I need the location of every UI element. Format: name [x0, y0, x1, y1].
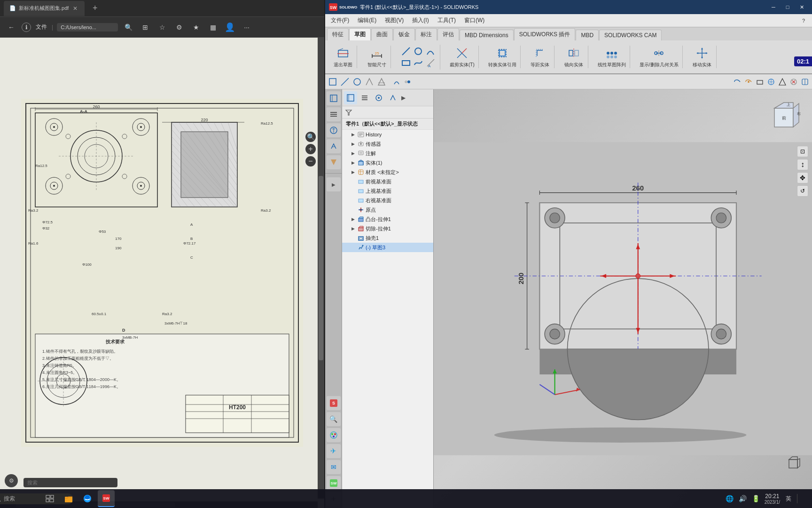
iconbar-telegram[interactable]: ✈	[327, 444, 341, 458]
zoom-fit-button[interactable]: ⊡	[797, 146, 808, 157]
settings-button[interactable]: ⚙	[172, 21, 186, 34]
tree-item-solid1[interactable]: ▶ 实体(1)	[342, 158, 433, 167]
tree-item-boss-extrude1[interactable]: ▶ 凸台-拉伸1	[342, 214, 433, 224]
search-bottom[interactable]	[23, 478, 117, 487]
rect-button[interactable]	[400, 57, 412, 69]
sub-tool-7[interactable]	[403, 76, 414, 87]
settings-gear[interactable]: ⚙	[5, 474, 18, 487]
menu-view[interactable]: 视图(V)	[381, 15, 407, 26]
mirror-button[interactable]	[566, 46, 581, 61]
favorites-button[interactable]: ★	[189, 21, 203, 34]
sub-right-2[interactable]	[743, 77, 754, 87]
bookmark-button[interactable]: ☆	[156, 21, 169, 34]
maximize-button[interactable]: □	[781, 2, 794, 12]
iconbar-outlook[interactable]: ✉	[327, 460, 341, 474]
taskbar-volume-icon[interactable]: 🔊	[738, 494, 748, 503]
tab-sketch[interactable]: 草图	[349, 28, 371, 40]
profile-button[interactable]: 👤	[223, 21, 236, 34]
tree-item-front-plane[interactable]: 前视基准面	[342, 177, 433, 186]
tree-item-history[interactable]: ▶ History	[342, 130, 433, 139]
feature-mgr-tab-property[interactable]	[358, 91, 371, 104]
iconbar-appearance[interactable]	[327, 155, 341, 169]
menu-insert[interactable]: 插入(I)	[408, 15, 432, 26]
feature-mgr-arrow-right[interactable]: ▶	[400, 94, 406, 102]
tree-item-material[interactable]: ▶ 材质 <未指定>	[342, 167, 433, 177]
sw-viewport[interactable]: 260 200	[434, 89, 812, 508]
sub-right-7[interactable]	[800, 77, 810, 87]
zoom-out-button[interactable]: +	[305, 144, 316, 154]
iconbar-feature-mgr[interactable]	[327, 91, 341, 105]
vertical-scrollbar[interactable]	[318, 38, 324, 499]
sub-right-3[interactable]	[755, 77, 765, 87]
sub-tool-6[interactable]	[391, 76, 402, 87]
expand-boss-extrude1[interactable]: ▶	[350, 216, 356, 222]
sub-tool-3[interactable]	[351, 76, 363, 87]
pdf-tab-close[interactable]: ✕	[71, 5, 79, 12]
sub-tool-4[interactable]	[364, 76, 375, 87]
sub-tool-1[interactable]	[327, 76, 338, 87]
taskbar-app-edge[interactable]	[79, 490, 96, 507]
expand-sensor[interactable]: ▶	[350, 141, 356, 147]
equal-dist-button[interactable]	[532, 46, 547, 61]
trim-entity-button[interactable]	[454, 46, 469, 61]
iconbar-more-right[interactable]: ▶	[327, 177, 341, 191]
taskbar-lang-icon[interactable]: 英	[784, 494, 793, 503]
tree-item-shell1[interactable]: 抽壳1	[342, 233, 433, 243]
sub-tool-2[interactable]	[339, 76, 351, 87]
expand-history[interactable]: ▶	[350, 131, 356, 138]
expand-cut-extrude1[interactable]: ▶	[350, 225, 356, 232]
point-button[interactable]: A	[425, 57, 436, 69]
view-cube[interactable]: 前 上 右	[765, 99, 803, 136]
expand-annotation[interactable]: ▶	[350, 150, 356, 157]
iconbar-dim-xpert-mgr[interactable]	[327, 139, 341, 153]
arc-button[interactable]	[425, 46, 436, 57]
convert-entity-button[interactable]	[495, 46, 510, 61]
tree-item-sensor[interactable]: ▶ 传感器	[342, 139, 433, 149]
sub-tool-5[interactable]	[376, 76, 387, 87]
file-path[interactable]: C:/Users/leno...	[57, 23, 118, 32]
sub-right-4[interactable]	[766, 77, 776, 87]
taskbar-app-explorer[interactable]	[60, 490, 77, 507]
feature-mgr-tab-config[interactable]	[372, 91, 385, 104]
zoom-in-button[interactable]: 🔍	[305, 132, 316, 142]
tab-sw-cam[interactable]: SOLIDWORKS CAM	[599, 30, 662, 40]
pan-button[interactable]: ✥	[797, 172, 808, 183]
menu-tools[interactable]: 工具(T)	[434, 15, 460, 26]
taskbar-network-icon[interactable]: 🌐	[725, 494, 734, 503]
spline-button[interactable]	[413, 57, 424, 69]
menu-file[interactable]: 文件(F)	[327, 15, 353, 26]
iconbar-sw-icon[interactable]: SW	[327, 476, 341, 490]
minimize-button[interactable]: ─	[767, 2, 780, 12]
tab-annotation[interactable]: 标注	[415, 28, 437, 40]
iconbar-solidworks-resources[interactable]: S	[327, 396, 341, 410]
taskbar-battery-icon[interactable]: 🔋	[751, 494, 761, 503]
tree-item-origin[interactable]: 原点	[342, 205, 433, 214]
linear-array-button[interactable]	[604, 46, 619, 61]
tab-mbd[interactable]: MBD	[576, 30, 599, 40]
search-taskbar-btn[interactable]: 搜索	[23, 490, 39, 507]
tab-feature[interactable]: 特征	[327, 28, 349, 40]
scrollbar-thumb-v[interactable]	[319, 176, 323, 360]
sub-right-6[interactable]	[789, 77, 799, 87]
taskbar-show-desktop[interactable]	[797, 494, 806, 503]
line-button[interactable]	[400, 46, 412, 57]
rotate-button[interactable]: ↺	[797, 185, 808, 197]
close-button[interactable]: ✕	[795, 2, 808, 12]
more-button[interactable]: ···	[240, 21, 253, 34]
feature-mgr-tab-feature[interactable]	[344, 91, 357, 104]
tab-evaluate[interactable]: 评估	[437, 28, 459, 40]
menu-edit[interactable]: 编辑(E)	[354, 15, 380, 26]
page-view-button[interactable]: ⊞	[139, 21, 152, 34]
sw-help-button[interactable]: ?	[797, 16, 810, 26]
menu-window[interactable]: 窗口(W)	[461, 15, 488, 26]
move-entity-button[interactable]	[695, 46, 710, 61]
iconbar-color[interactable]	[327, 428, 341, 442]
collections-button[interactable]: ▦	[206, 21, 219, 34]
iconbar-config-mgr[interactable]	[327, 123, 341, 137]
show-hide-relations-button[interactable]	[651, 46, 666, 61]
pdf-newtab-button[interactable]: +	[88, 2, 102, 15]
search-input[interactable]	[23, 478, 117, 487]
tree-item-cut-extrude1[interactable]: ▶ 切除-拉伸1	[342, 224, 433, 233]
expand-solid1[interactable]: ▶	[350, 159, 356, 166]
tab-sw-addins[interactable]: SOLIDWORKS 插件	[514, 28, 576, 40]
